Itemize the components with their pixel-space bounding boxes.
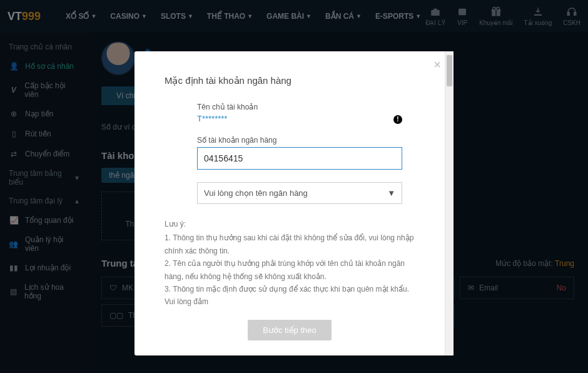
scrollbar-thumb[interactable] [447, 55, 452, 86]
account-number-input[interactable] [197, 147, 402, 170]
bank-select[interactable]: Vui lòng chọn tên ngân hàng ▼ [197, 182, 402, 204]
bank-select-placeholder: Vui lòng chọn tên ngân hàng [204, 188, 308, 198]
modal-overlay: × Mặc định tài khoản ngân hàng Tên chủ t… [0, 0, 588, 373]
modal-notes: Lưu ý: 1. Thông tin thụ hưởng sau khi cà… [165, 218, 415, 309]
close-icon[interactable]: × [433, 58, 441, 72]
chevron-down-icon: ▼ [387, 188, 395, 198]
modal-scrollbar[interactable] [445, 51, 454, 355]
account-holder-value: T******** [197, 114, 227, 123]
account-number-label: Số tài khoản ngân hàng [197, 136, 402, 145]
warning-icon: ! [393, 115, 402, 124]
next-step-button[interactable]: Bước tiếp theo [248, 320, 331, 340]
modal-title: Mặc định tài khoản ngân hàng [165, 75, 415, 86]
account-holder-label: Tên chủ tài khoản [197, 103, 402, 111]
bank-account-modal: × Mặc định tài khoản ngân hàng Tên chủ t… [134, 51, 454, 355]
